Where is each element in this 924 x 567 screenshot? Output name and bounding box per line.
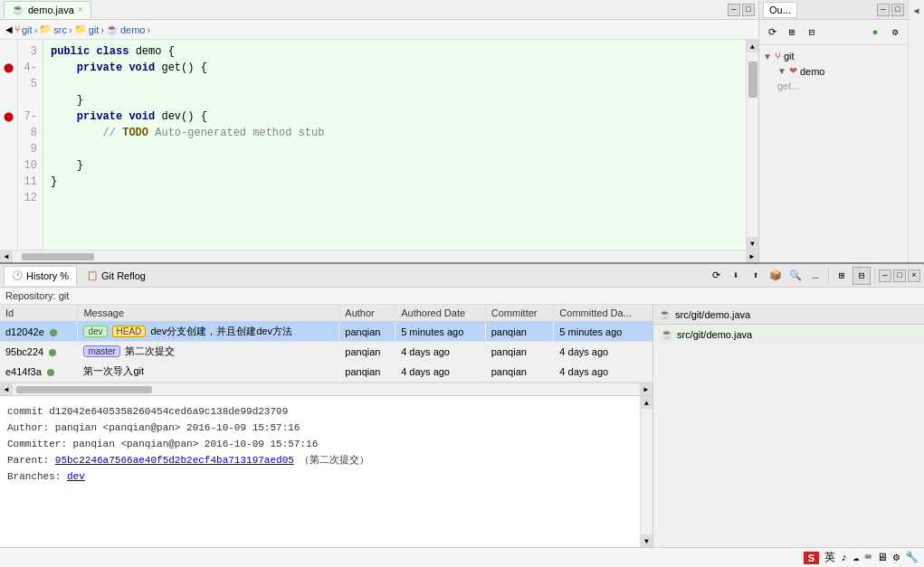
commit-row-1[interactable]: d12042e dev HEAD dev分支创建，并且创建dev方法 panqi…	[0, 322, 653, 342]
dot-indicator-1	[50, 329, 57, 336]
more-btn[interactable]: …	[806, 267, 824, 285]
table-h-scroll-thumb[interactable]	[16, 386, 152, 393]
expand-arrow: ▼	[763, 52, 772, 61]
col-message: Message	[78, 305, 339, 322]
commit-authored-date-1: 5 minutes ago	[395, 322, 486, 342]
tree-git-label: git	[784, 51, 795, 61]
sync-btn[interactable]: ⟳	[763, 24, 781, 42]
refresh-btn[interactable]: ⟳	[707, 267, 725, 285]
status-icon-cloud[interactable]: ☁	[853, 551, 859, 564]
status-icon-en[interactable]: 英	[824, 550, 835, 565]
nav-icon: ◀	[5, 24, 13, 34]
breadcrumb-src[interactable]: src	[53, 24, 67, 35]
col-authored-date: Authored Date	[395, 305, 486, 322]
commit-author-line: Author: panqian <panqian@pan> 2016-10-09…	[7, 420, 633, 436]
col-committer: Committer	[485, 305, 554, 322]
status-icon-s[interactable]: S	[804, 552, 819, 564]
status-icon-monitor[interactable]: 🖥	[877, 551, 888, 564]
table-h-scroll-left[interactable]: ◀	[0, 383, 13, 396]
tree-item-git[interactable]: ▼ ⑂ git	[763, 49, 904, 63]
expand-btn[interactable]: ⊟	[803, 24, 821, 42]
tab-outline[interactable]: Ou...	[763, 2, 797, 18]
detail-scroll-up-btn[interactable]: ▲	[641, 396, 653, 409]
h-scroll-right-btn[interactable]: ▶	[746, 250, 758, 263]
search-btn[interactable]: 🔍	[786, 267, 805, 285]
commit-branches-line: Branches: dev	[7, 468, 633, 485]
breadcrumb-sep1: ›	[34, 24, 38, 35]
breadcrumb-git-icon: ⑂	[14, 24, 20, 34]
file-entry[interactable]: ☕ src/git/demo.java	[653, 325, 924, 344]
commit-detail-area: commit d12042e6405358260454ced6a9c138de9…	[0, 396, 640, 547]
breadcrumb-demo[interactable]: demo	[120, 24, 146, 35]
java-file-entry-icon: ☕	[661, 328, 673, 340]
commits-table: Id Message Author Authored Date Committe…	[0, 305, 653, 382]
commit-message-3: 第一次导入git	[83, 365, 144, 376]
status-icon-settings[interactable]: ⚙	[893, 551, 900, 564]
close-icon[interactable]: ×	[78, 5, 83, 14]
code-area[interactable]: public class demo { private void get() {…	[43, 40, 746, 250]
tab-label: demo.java	[28, 5, 74, 15]
code-line	[51, 141, 738, 157]
commit-author-3: panqian	[339, 362, 395, 382]
tree-item-demo[interactable]: ▼ ❤ demo	[777, 63, 904, 79]
branch-link[interactable]: dev	[67, 471, 85, 482]
repo-label: Repository: git	[0, 288, 924, 305]
commit-message-1: dev分支创建，并且创建dev方法	[150, 326, 291, 336]
panel-maximize-btn[interactable]: □	[891, 4, 904, 16]
layout-btn1[interactable]: ⊞	[833, 267, 851, 285]
settings-btn[interactable]: ⚙	[886, 24, 904, 42]
push-btn[interactable]: ⬆	[747, 267, 765, 285]
status-icon-keyboard[interactable]: ⌨	[865, 551, 872, 564]
window-controls: ─ □	[728, 4, 755, 16]
parent-link[interactable]: 95bc2246a7566ae40f5d2b2ecf4ba713197aed05	[55, 455, 294, 466]
commit-author-1: panqian	[339, 322, 395, 342]
status-icon-wrench[interactable]: 🔧	[905, 551, 919, 564]
bottom-minimize-btn[interactable]: ─	[879, 269, 891, 282]
filter-btn[interactable]: ●	[866, 24, 884, 42]
commit-authored-date-3: 4 days ago	[395, 362, 486, 382]
h-scroll-left-btn[interactable]: ◀	[0, 250, 13, 263]
scroll-down-btn[interactable]: ▼	[747, 237, 758, 250]
panel-minimize-btn[interactable]: ─	[877, 4, 890, 16]
scroll-thumb[interactable]	[748, 61, 757, 98]
badge-head: HEAD	[112, 326, 147, 337]
col-id: Id	[0, 305, 78, 322]
commit-row-3[interactable]: e414f3a 第一次导入git panqian 4 days ago panq…	[0, 362, 653, 382]
breadcrumb-git[interactable]: git	[22, 24, 33, 35]
commit-authored-date-2: 4 days ago	[395, 342, 486, 362]
commit-id-1: d12042e	[5, 326, 44, 337]
breadcrumb-sep4: ›	[147, 24, 150, 35]
status-icon-music[interactable]: ♪	[841, 552, 847, 564]
bottom-maximize-btn[interactable]: □	[893, 269, 906, 282]
tab-history[interactable]: 🕐 History %	[4, 266, 77, 286]
h-scroll-thumb[interactable]	[22, 253, 94, 260]
commit-row-2[interactable]: 95bc224 master 第二次提交 panqian 4 days ago …	[0, 342, 653, 362]
layout-btn2[interactable]: ⊟	[853, 267, 871, 285]
breadcrumb-demo-icon: ☕	[106, 24, 119, 35]
tree-demo-label: demo	[800, 66, 825, 77]
code-line: }	[51, 92, 738, 109]
right-tool-1[interactable]: ◀	[910, 4, 924, 18]
editor-tab[interactable]: ☕ demo.java ×	[4, 1, 91, 19]
breakpoint-marker: ⬤	[0, 60, 17, 76]
commit-committer-1: panqian	[485, 322, 554, 342]
tree-item-unknown[interactable]: get...	[777, 79, 904, 93]
commit-committer-3: panqian	[485, 362, 554, 382]
breadcrumb-git2[interactable]: git	[89, 24, 100, 35]
commit-parent-line: Parent: 95bc2246a7566ae40f5d2b2ecf4ba713…	[7, 452, 633, 468]
tab-git-reflog[interactable]: 📋 Git Reflog	[79, 266, 154, 286]
bottom-close-btn[interactable]: ×	[908, 269, 920, 282]
maximize-btn[interactable]: □	[742, 4, 755, 16]
breakpoint-marker2: ⬤	[0, 109, 17, 125]
table-h-scroll-right[interactable]: ▶	[640, 383, 653, 396]
stash-btn[interactable]: 📦	[767, 267, 785, 285]
collapse-btn[interactable]: ⊞	[783, 24, 801, 42]
scroll-up-btn[interactable]: ▲	[747, 40, 758, 52]
detail-scroll-down-btn[interactable]: ▼	[641, 534, 653, 547]
commit-committer-2: panqian	[485, 342, 554, 362]
minimize-btn[interactable]: ─	[728, 4, 740, 16]
dot-indicator-2	[49, 349, 56, 356]
commit-hash-line: commit d12042e6405358260454ced6a9c138de9…	[7, 403, 633, 420]
fetch-btn[interactable]: ⬇	[727, 267, 745, 285]
breadcrumb-sep3: ›	[100, 24, 104, 35]
